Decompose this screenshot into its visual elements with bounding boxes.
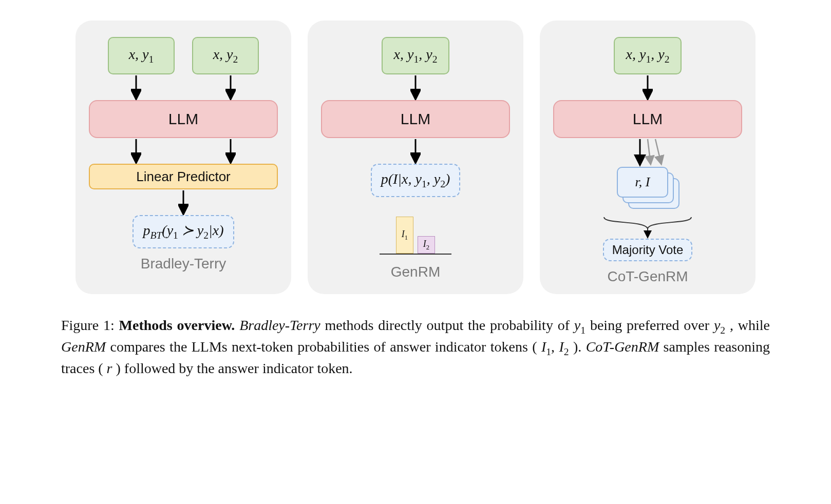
bt-panel-label: Bradley-Terry bbox=[141, 256, 226, 272]
bt-linear-predictor: Linear Predictor bbox=[89, 164, 278, 189]
bt-input-right: x, y2 bbox=[192, 37, 259, 74]
caption-I1: I1 bbox=[541, 339, 551, 355]
bt-llm: LLM bbox=[89, 100, 278, 138]
figure-caption: Figure 1: Methods overview. Bradley-Terr… bbox=[61, 316, 770, 378]
bt-arrow-to-prob bbox=[89, 189, 278, 215]
panel-bradley-terry: x, y1 x, y2 LLM Linear Predictor pBT(y1 … bbox=[75, 21, 291, 294]
caption-I2: I2 bbox=[559, 339, 569, 355]
bt-inputs-row: x, y1 x, y2 bbox=[89, 37, 278, 74]
bt-probability: pBT(y1 ≻ y2|x) bbox=[133, 215, 234, 248]
caption-bt-name: Bradley-Terry bbox=[239, 317, 320, 333]
panel-genrm: x, y1, y2 LLM p(I|x, y1, y2) I1 I2 GenRM bbox=[308, 21, 523, 294]
arrow-down-icon bbox=[643, 74, 653, 100]
svg-line-10 bbox=[655, 139, 660, 161]
caption-title: Methods overview. bbox=[119, 317, 235, 333]
genrm-indicator-barchart: I1 I2 bbox=[380, 208, 451, 255]
arrow-down-icon bbox=[131, 74, 141, 100]
bt-arrows-to-linear bbox=[89, 138, 278, 164]
bar-I2: I2 bbox=[418, 236, 435, 254]
cot-multi-arrows bbox=[553, 138, 742, 167]
cot-input: x, y1, y2 bbox=[614, 37, 682, 74]
caption-genrm-name: GenRM bbox=[61, 339, 106, 355]
caption-text-g: ). bbox=[573, 339, 586, 355]
arrow-down-icon bbox=[225, 138, 236, 164]
genrm-input: x, y1, y2 bbox=[382, 37, 450, 74]
sample-card-1: r, I bbox=[617, 167, 668, 198]
caption-text-f: compares the LLMs next-token probabiliti… bbox=[110, 339, 537, 355]
caption-text-d: , while bbox=[730, 317, 770, 333]
multi-arrow-icon bbox=[625, 138, 671, 167]
arrow-down-icon bbox=[225, 74, 236, 100]
caption-y2: y2 bbox=[714, 317, 725, 333]
cot-majority-vote: Majority Vote bbox=[603, 239, 693, 261]
caption-text-j: ) followed by the answer indicator token… bbox=[116, 360, 353, 376]
arrow-down-icon bbox=[410, 138, 421, 164]
arrow-down-icon bbox=[178, 189, 188, 215]
methods-diagram: x, y1 x, y2 LLM Linear Predictor pBT(y1 … bbox=[31, 21, 800, 294]
bt-input-left: x, y1 bbox=[108, 37, 175, 74]
genrm-llm: LLM bbox=[321, 100, 510, 138]
bt-arrows-to-llm bbox=[89, 74, 278, 100]
caption-y1: y1 bbox=[574, 317, 586, 333]
genrm-panel-label: GenRM bbox=[391, 264, 440, 280]
cot-llm: LLM bbox=[553, 100, 742, 138]
genrm-arrow-to-prob bbox=[321, 138, 510, 164]
arrow-down-icon bbox=[131, 138, 141, 164]
curly-brace-icon bbox=[599, 213, 696, 239]
genrm-arrow-to-llm bbox=[321, 74, 510, 100]
caption-r: r bbox=[107, 360, 112, 376]
cot-arrow-to-llm bbox=[553, 74, 742, 100]
caption-text-b: methods directly output the probability … bbox=[325, 317, 574, 333]
caption-cot-name: CoT-GenRM bbox=[586, 339, 659, 355]
bar-I1: I1 bbox=[396, 217, 413, 254]
caption-text-c: being preferred over bbox=[590, 317, 714, 333]
cot-panel-label: CoT-GenRM bbox=[607, 268, 688, 285]
svg-line-9 bbox=[648, 139, 650, 161]
figure-number: Figure 1: bbox=[61, 317, 115, 333]
genrm-probability: p(I|x, y1, y2) bbox=[371, 164, 461, 197]
panel-cot-genrm: x, y1, y2 LLM r, I bbox=[540, 21, 756, 294]
arrow-down-icon bbox=[410, 74, 421, 100]
cot-sample-stack: r, I bbox=[617, 167, 678, 213]
